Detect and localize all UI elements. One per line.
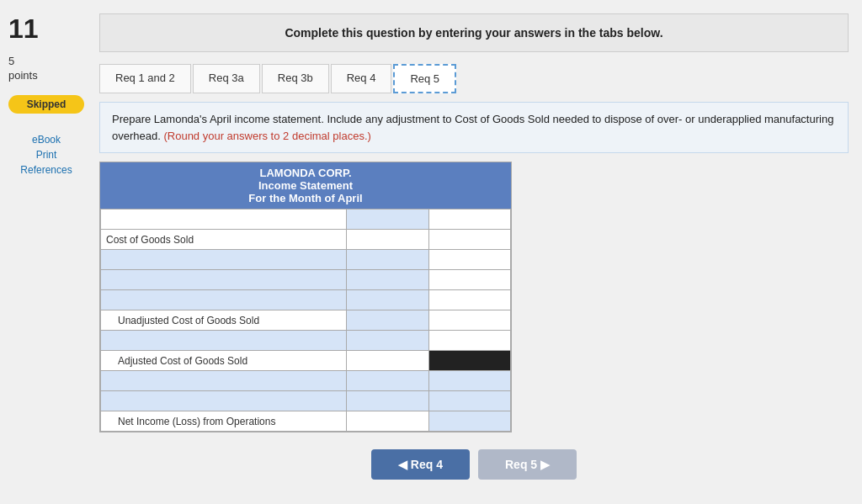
table-row [101,270,511,290]
tab-req4[interactable]: Req 4 [331,64,392,93]
sidebar-links: eBook Print References [8,134,84,176]
points-value: 5 points [8,55,84,83]
input-col1[interactable] [347,210,428,230]
status-badge: Skipped [8,95,84,114]
table-row [101,391,511,411]
input-col2[interactable] [428,230,510,250]
input-col2[interactable] [428,210,510,230]
row-label [101,210,347,230]
statement-header: LAMONDA CORP. Income Statement For the M… [100,162,511,209]
input-col1[interactable] [347,351,428,371]
row-label: Adjusted Cost of Goods Sold [101,351,347,371]
row-label[interactable] [101,290,347,310]
table-row [101,250,511,270]
input-col1[interactable] [347,290,428,310]
tab-req3a[interactable]: Req 3a [193,64,260,93]
tabs-container: Req 1 and 2 Req 3a Req 3b Req 4 Req 5 [99,64,849,93]
instruction-banner: Complete this question by entering your … [99,13,849,52]
input-col1[interactable] [347,411,428,432]
input-col1[interactable] [347,230,428,250]
input-col1[interactable] [347,371,428,391]
statement-period: For the Month of April [104,192,508,204]
row-label[interactable] [101,250,347,270]
tab-req1and2[interactable]: Req 1 and 2 [99,64,191,93]
question-text: Prepare Lamonda's April income statement… [99,102,849,153]
question-number: 11 [8,13,84,45]
round-note: (Round your answers to 2 decimal places.… [163,130,370,142]
input-col2[interactable] [428,270,510,290]
input-col2[interactable] [428,310,510,331]
input-col2[interactable] [428,250,510,270]
sidebar-link-print[interactable]: Print [8,149,84,161]
table-row [101,210,511,230]
input-col1[interactable] [347,250,428,270]
row-label[interactable] [101,331,347,351]
company-name: LAMONDA CORP. [104,167,508,179]
input-col2[interactable] [428,331,510,351]
row-label: Unadjusted Cost of Goods Sold [101,310,347,331]
input-col1[interactable] [347,331,428,351]
table-row: Net Income (Loss) from Operations [101,411,511,432]
sidebar-link-references[interactable]: References [8,164,84,176]
input-col2[interactable] [428,290,510,310]
main-content: Complete this question by entering your … [93,0,862,504]
row-label[interactable] [101,270,347,290]
bottom-nav: ◀ Req 4 Req 5 ▶ [99,449,849,480]
row-label: Cost of Goods Sold [101,230,347,250]
tab-req5[interactable]: Req 5 [393,64,456,93]
row-label: Net Income (Loss) from Operations [101,411,347,432]
table-row: Unadjusted Cost of Goods Sold [101,310,511,331]
sidebar: 11 5 points Skipped eBook Print Referenc… [0,0,93,504]
input-col1[interactable] [347,270,428,290]
table-row: Cost of Goods Sold [101,230,511,250]
table-row [101,331,511,351]
row-label[interactable] [101,371,347,391]
black-cell [428,351,510,371]
statement-title: Income Statement [104,179,508,192]
statement-table: Cost of Goods Sold [100,209,511,432]
input-col1[interactable] [347,391,428,411]
input-col1[interactable] [347,310,428,331]
input-col2[interactable] [428,371,510,391]
prev-button[interactable]: ◀ Req 4 [371,449,470,480]
sidebar-link-ebook[interactable]: eBook [8,134,84,146]
next-button[interactable]: Req 5 ▶ [478,449,577,480]
table-row [101,290,511,310]
table-row [101,371,511,391]
table-row: Adjusted Cost of Goods Sold [101,351,511,371]
income-statement: LAMONDA CORP. Income Statement For the M… [99,162,512,432]
row-label[interactable] [101,391,347,411]
tab-req3b[interactable]: Req 3b [262,64,329,93]
input-col2[interactable] [428,411,510,432]
input-col2[interactable] [428,391,510,411]
